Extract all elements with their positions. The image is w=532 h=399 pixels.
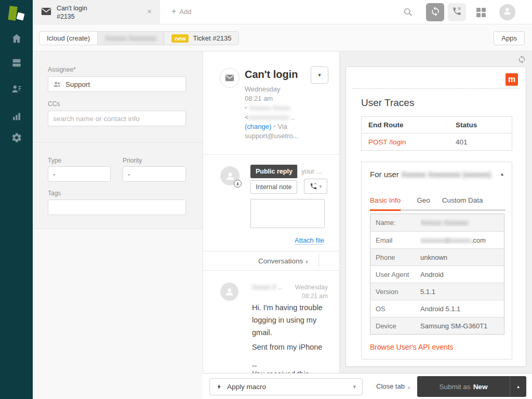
for-user-header: For user Xxxxxx Xxxxxxxx (xxxxxx) ▴ [362,162,512,186]
breadcrumb-ticket[interactable]: new Ticket #2135 [164,32,238,45]
ticket-actions-dropdown[interactable]: ▾ [311,66,328,84]
type-input[interactable] [48,166,111,182]
message-line: You received this [252,368,331,373]
add-tab-button[interactable]: + Add [171,7,191,16]
priority-input[interactable] [123,166,186,182]
table-row: POST /login 401 [362,133,512,150]
table-row: Name: Xxxxxx Xxxxxxx [370,214,504,231]
col-status: Status [455,121,512,129]
person-icon [224,286,235,297]
table-row: Version 5.1.1 [370,283,504,300]
ticket-from-name: Xxxxxx Xxxxx [249,104,290,112]
tab-custom-data[interactable]: Custom Data [442,196,483,211]
ticket-time: 08:21 am [245,94,334,103]
sidebar-item-settings[interactable] [0,128,33,149]
tags-label: Tags [48,190,61,197]
search-icon[interactable] [403,7,413,17]
breadcrumb-ticket-label: Ticket #2135 [193,34,231,42]
tab-title: Can't login [57,4,87,12]
col-end-route: End Route [362,121,455,129]
contacts-icon [11,83,22,97]
ticket-tab[interactable]: Can't login #2135 × [33,0,160,25]
apps-button[interactable]: Apps [494,31,525,45]
message-author[interactable]: Xxxxx X .. [252,283,282,291]
ticket-channel-avatar [220,68,240,88]
breadcrumb-customer[interactable]: Xxxxxx Xxxxxxxx [98,32,164,45]
refresh-icon[interactable] [517,55,526,64]
breadcrumb-mailbox[interactable]: Icloud (create) [39,32,98,45]
via-address: support@usetro... [245,131,334,141]
user-card-tabs: Basic Info Geo Custom Data [370,196,506,211]
reply-textarea[interactable] [250,199,325,228]
integration-panel: m User Traces End Route Status POST /log… [340,51,532,373]
phone-icon [310,182,317,190]
submit-options-button[interactable]: ▴ [510,376,526,397]
change-link[interactable]: (change) [245,123,271,130]
user-traces-title: User Traces [361,97,414,109]
attach-file-link[interactable]: Attach file [295,236,324,245]
tab-geo[interactable]: Geo [417,196,430,211]
ticket-properties-panel: Assignee* Support CCs Type Priority Tags [33,51,203,399]
top-chrome: Can't login #2135 × + Add [33,0,532,51]
public-reply-tab[interactable]: Public reply [250,165,298,178]
collapse-icon[interactable]: ▴ [501,171,503,177]
user-traces-card: m User Traces End Route Status POST /log… [345,66,526,367]
tickets-icon [11,57,22,71]
tags-input[interactable] [48,200,186,215]
sidebar-item-tickets[interactable] [0,54,33,74]
for-user-name: Xxxxxx Xxxxxxxx (xxxxxx) [401,170,491,179]
browse-api-events-link[interactable]: Browse User's API events [370,343,454,351]
submit-button[interactable]: Submit as New [417,376,510,397]
customer-avatar [220,283,238,301]
type-label: Type [48,157,61,164]
close-tab-icon[interactable]: × [147,7,152,16]
trace-route-link[interactable]: POST /login [362,138,455,146]
reply-hint-text: your ... [301,167,322,175]
ticket-title: Can't login [245,69,298,81]
close-tab-toggle[interactable]: Close tab▴ [376,382,410,390]
trace-status: 401 [455,138,512,146]
assignee-select[interactable]: Support [48,76,186,92]
team-icon [53,81,61,88]
sidebar-item-contacts[interactable] [0,79,33,100]
user-avatar[interactable] [499,4,515,20]
integration-logo: m [506,73,518,86]
phone-button[interactable] [448,3,466,21]
table-row: OS Android 5.1.1 [370,300,504,317]
person-icon [224,170,236,182]
header-divider [203,154,340,155]
conversations-divider-bottom [203,270,340,271]
phone-icon [452,6,462,18]
sidebar-item-home[interactable] [0,29,33,50]
sidebar-item-reports[interactable] [0,107,33,128]
table-row: Device Samsung SM-G360T1 [370,317,504,334]
caret-up-icon: ▴ [408,384,410,390]
ccs-input[interactable] [48,111,186,126]
internal-note-tab[interactable]: Internal note [250,180,297,194]
call-dropdown-button[interactable]: ▾ [304,179,327,194]
gear-icon [11,132,22,145]
via-label: Via [278,123,288,130]
traces-table: End Route Status POST /login 401 [361,116,512,151]
table-row: Email xxxxxxx@xxxxxx.com [370,231,504,248]
basic-info-table: Name: Xxxxxx Xxxxxxx Email xxxxxxx@xxxxx… [370,214,504,335]
tab-basic-info[interactable]: Basic Info [370,196,401,211]
groove-logo[interactable] [7,5,26,24]
person-icon [502,6,512,18]
breadcrumb: Icloud (create) Xxxxxx Xxxxxxxx new Tick… [39,31,239,45]
add-label: Add [179,8,191,16]
assignee-value: Support [65,81,90,88]
ticket-meta: Wednesday 08:21 am •Xxxxxx Xxxxx <xxxxxx… [245,85,334,141]
apply-macro-select[interactable]: Apply macro ▾ [209,378,363,395]
sync-button[interactable] [426,3,444,21]
apps-grid-icon[interactable] [476,8,486,17]
for-user-card: For user Xxxxxx Xxxxxxxx (xxxxxx) ▴ Basi… [361,162,512,360]
sync-icon [430,6,441,19]
form-section-divider [33,142,203,142]
form-upper-section: Assignee* Support CCs Type Priority Tags [33,51,203,229]
conversations-separator [318,254,319,267]
conversations-dropdown[interactable]: Conversations▾ [258,257,308,265]
reports-icon [11,111,22,124]
lightning-icon [216,383,222,391]
chevron-down-icon: ▾ [320,184,322,189]
